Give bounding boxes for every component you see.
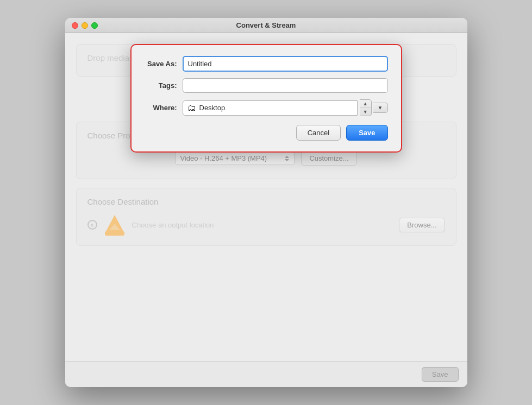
app-content: Drop media her Beautiful You.mov Open me… <box>65 33 467 361</box>
app-window: Convert & Stream Drop media her Beautifu… <box>65 18 467 387</box>
title-bar: Convert & Stream <box>65 18 467 33</box>
where-container: 🗂 Desktop ▲ ▼ ▼ <box>183 99 388 116</box>
folder-icon: 🗂 <box>187 103 196 113</box>
traffic-lights <box>72 22 98 29</box>
bottom-bar: Save <box>65 361 467 387</box>
save-as-label: Save As: <box>145 60 183 68</box>
window-title: Convert & Stream <box>236 21 296 29</box>
spinner-up-icon[interactable]: ▲ <box>360 100 371 108</box>
cancel-button[interactable]: Cancel <box>296 125 341 141</box>
modal-buttons: Cancel Save <box>145 125 388 141</box>
save-dialog: Save As: Tags: Where: 🗂 Desktop <box>130 44 402 153</box>
where-select[interactable]: 🗂 Desktop <box>183 100 358 116</box>
where-spinner[interactable]: ▲ ▼ <box>360 99 372 116</box>
spinner-down-icon[interactable]: ▼ <box>360 108 371 116</box>
where-label: Where: <box>145 104 183 112</box>
where-value: Desktop <box>199 104 226 112</box>
save-bottom-button[interactable]: Save <box>422 367 459 382</box>
save-button[interactable]: Save <box>346 125 387 141</box>
where-chevron-button[interactable]: ▼ <box>373 103 388 113</box>
maximize-button[interactable] <box>91 22 98 29</box>
tags-label: Tags: <box>145 81 183 90</box>
where-row: Where: 🗂 Desktop ▲ ▼ ▼ <box>145 99 388 116</box>
save-as-row: Save As: <box>145 56 388 72</box>
close-button[interactable] <box>72 22 78 29</box>
tags-input[interactable] <box>183 78 388 93</box>
modal-overlay: Save As: Tags: Where: 🗂 Desktop <box>65 33 467 361</box>
minimize-button[interactable] <box>82 22 88 29</box>
tags-row: Tags: <box>145 78 388 93</box>
save-as-input[interactable] <box>183 56 388 72</box>
